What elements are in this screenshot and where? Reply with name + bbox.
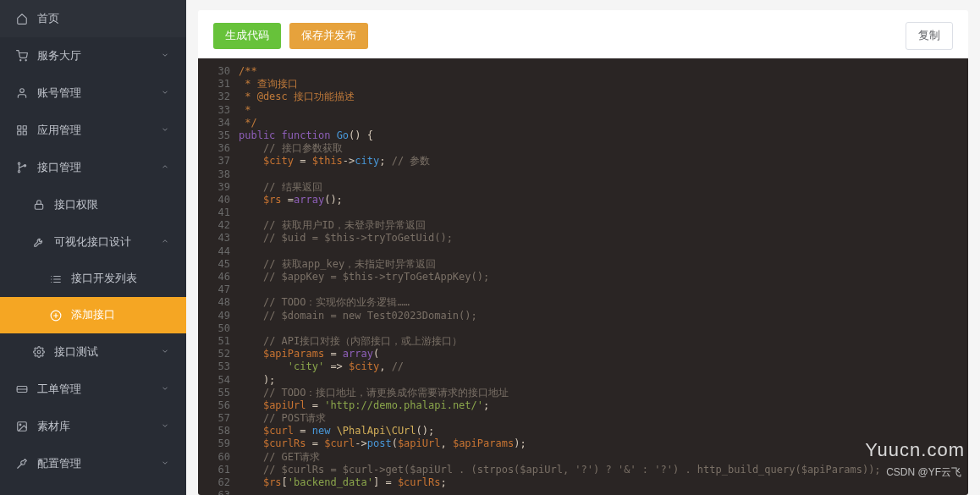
- plus-circle-icon: [49, 310, 63, 322]
- code-line[interactable]: 'city' => $city, //: [239, 360, 968, 373]
- sidebar-item[interactable]: 账号管理: [0, 74, 186, 112]
- branch-icon: [15, 162, 29, 173]
- svg-rect-3: [18, 126, 21, 129]
- code-line[interactable]: [239, 168, 968, 181]
- chevron-up-icon: [161, 162, 171, 173]
- code-editor[interactable]: 3031323334353637383940414243444546474849…: [198, 58, 968, 495]
- chevron-up-icon: [161, 237, 171, 247]
- svg-rect-10: [35, 204, 42, 209]
- sidebar-item-label: 账号管理: [37, 85, 81, 101]
- sidebar: 首页服务大厅账号管理应用管理接口管理接口权限可视化接口设计接口开发列表添加接口接…: [0, 0, 186, 495]
- sidebar-item-label: 添加接口: [71, 308, 115, 322]
- code-line[interactable]: // 接口参数获取: [239, 142, 968, 155]
- svg-rect-6: [18, 131, 21, 135]
- code-line[interactable]: *: [239, 104, 968, 117]
- generate-code-button[interactable]: 生成代码: [213, 23, 281, 49]
- code-line[interactable]: $apiParams = array(: [239, 348, 968, 360]
- main-panel: 生成代码 保存并发布 复制 30313233343536373839404142…: [198, 10, 968, 495]
- svg-point-20: [37, 350, 41, 354]
- sidebar-item[interactable]: 接口开发列表: [0, 261, 186, 297]
- copy-button[interactable]: 复制: [906, 22, 953, 50]
- svg-rect-5: [23, 131, 26, 135]
- sidebar-item[interactable]: 计划任务: [0, 482, 186, 495]
- code-line[interactable]: * 查询接口: [239, 78, 968, 91]
- code-line[interactable]: $curl = new \PhalApi\CUrl();: [239, 425, 968, 437]
- sidebar-item[interactable]: 接口管理: [0, 149, 186, 186]
- image-icon: [15, 421, 29, 432]
- sidebar-item[interactable]: 首页: [0, 0, 186, 37]
- code-line[interactable]: /**: [239, 65, 968, 78]
- svg-point-0: [20, 60, 21, 61]
- code-line[interactable]: // 获取用户ID，未登录时异常返回: [239, 219, 968, 232]
- sidebar-item-label: 素材库: [37, 419, 70, 434]
- sidebar-item-label: 可视化接口设计: [54, 234, 131, 250]
- code-line[interactable]: [239, 322, 968, 335]
- code-line[interactable]: // $appKey = $this->tryToGetAppKey();: [239, 271, 968, 283]
- svg-rect-4: [23, 126, 26, 129]
- sidebar-item[interactable]: 添加接口: [0, 297, 186, 333]
- chevron-down-icon: [161, 384, 171, 394]
- code-line[interactable]: );: [239, 374, 968, 387]
- code-line[interactable]: // 结果返回: [239, 181, 968, 194]
- sidebar-item-label: 首页: [37, 11, 59, 26]
- toolbar: 生成代码 保存并发布 复制: [198, 10, 968, 58]
- list-icon: [49, 273, 63, 285]
- home-icon: [15, 13, 29, 25]
- code-line[interactable]: * @desc 接口功能描述: [239, 91, 968, 103]
- chevron-down-icon: [161, 459, 171, 469]
- code-line[interactable]: // $domain = new Test02023Domain();: [239, 310, 968, 322]
- save-publish-button[interactable]: 保存并发布: [289, 23, 368, 49]
- code-line[interactable]: // POST请求: [239, 412, 968, 425]
- sidebar-item-label: 接口测试: [54, 344, 98, 360]
- line-gutter: 3031323334353637383940414243444546474849…: [198, 58, 239, 495]
- tool-icon: [15, 458, 29, 470]
- code-content[interactable]: /** * 查询接口 * @desc 接口功能描述 * */public fun…: [239, 58, 968, 495]
- sidebar-item-label: 接口开发列表: [71, 272, 137, 286]
- code-line[interactable]: // GET请求: [239, 451, 968, 464]
- code-line[interactable]: [239, 283, 968, 296]
- sidebar-item-label: 应用管理: [37, 123, 81, 138]
- code-line[interactable]: $curlRs = $curl->post($apiUrl, $apiParam…: [239, 437, 968, 450]
- sidebar-item[interactable]: 接口权限: [0, 186, 186, 223]
- sidebar-item[interactable]: 工单管理: [0, 371, 186, 408]
- code-line[interactable]: // TODO：接口地址，请更换成你需要请求的接口地址: [239, 387, 968, 399]
- ticket-icon: [15, 383, 29, 395]
- svg-point-1: [25, 60, 26, 61]
- gear-icon: [32, 346, 46, 358]
- cart-icon: [15, 50, 29, 62]
- code-line[interactable]: // API接口对接（内部接口，或上游接口）: [239, 335, 968, 348]
- code-line[interactable]: $apiUrl = 'http://demo.phalapi.net/';: [239, 399, 968, 412]
- code-line[interactable]: // $uid = $this->tryToGetUid();: [239, 232, 968, 245]
- sidebar-item[interactable]: 配置管理: [0, 445, 186, 482]
- wrench-icon: [32, 236, 46, 248]
- sidebar-item[interactable]: 可视化接口设计: [0, 223, 186, 261]
- sidebar-item-label: 服务大厅: [37, 48, 81, 63]
- lock-icon: [32, 199, 46, 211]
- code-line[interactable]: [239, 489, 968, 495]
- sidebar-item-label: 工单管理: [37, 382, 81, 397]
- code-line[interactable]: // 获取app_key，未指定时异常返回: [239, 258, 968, 271]
- code-line[interactable]: // $curlRs = $curl->get($apiUrl . (strpo…: [239, 464, 968, 476]
- sidebar-item[interactable]: 应用管理: [0, 112, 186, 149]
- grid-icon: [15, 124, 29, 136]
- chevron-down-icon: [161, 347, 171, 357]
- code-line[interactable]: $rs =array();: [239, 194, 968, 206]
- user-icon: [15, 87, 29, 99]
- sidebar-item-label: 接口权限: [54, 197, 98, 212]
- code-line[interactable]: [239, 206, 968, 219]
- sidebar-item[interactable]: 素材库: [0, 408, 186, 445]
- chevron-down-icon: [161, 88, 171, 98]
- code-line[interactable]: */: [239, 117, 968, 129]
- sidebar-item[interactable]: 服务大厅: [0, 37, 186, 74]
- code-line[interactable]: $city = $this->city; // 参数: [239, 155, 968, 168]
- sidebar-item[interactable]: 接口测试: [0, 333, 186, 371]
- chevron-down-icon: [161, 421, 171, 432]
- code-line[interactable]: $rs['backend_data'] = $curlRs;: [239, 476, 968, 489]
- code-line[interactable]: // TODO：实现你的业务逻辑……: [239, 296, 968, 309]
- code-line[interactable]: [239, 245, 968, 258]
- chevron-down-icon: [161, 125, 171, 135]
- sidebar-item-label: 接口管理: [37, 160, 81, 175]
- svg-point-2: [20, 89, 25, 93]
- code-line[interactable]: public function Go() {: [239, 129, 968, 142]
- chevron-down-icon: [161, 51, 171, 61]
